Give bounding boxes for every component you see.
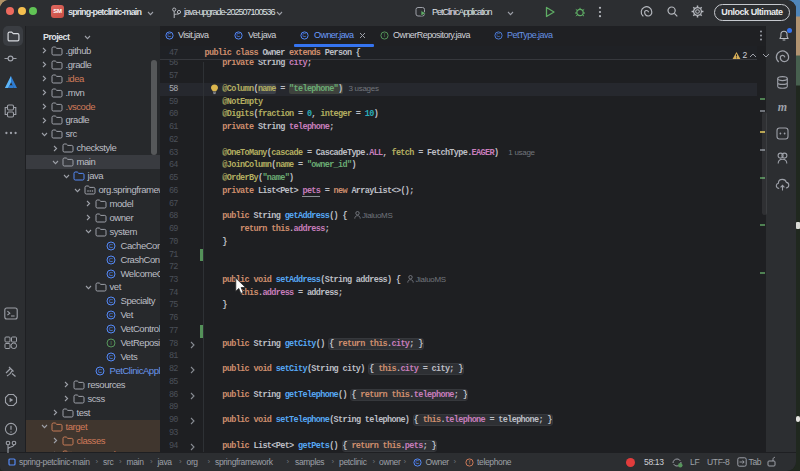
svg-text:C: C bbox=[109, 354, 113, 360]
svg-text:C: C bbox=[98, 368, 102, 374]
svg-text:C: C bbox=[496, 32, 500, 38]
svg-text:C: C bbox=[109, 326, 113, 332]
svg-text:C: C bbox=[109, 271, 113, 277]
svg-text:C: C bbox=[109, 243, 113, 249]
svg-text:C: C bbox=[303, 32, 307, 38]
svg-text:C: C bbox=[236, 32, 240, 38]
svg-text:C: C bbox=[109, 257, 113, 263]
svg-text:C: C bbox=[109, 299, 113, 305]
svg-text:C: C bbox=[415, 459, 419, 465]
svg-text:C: C bbox=[167, 32, 171, 38]
svg-text:C: C bbox=[109, 312, 113, 318]
svg-text:I: I bbox=[110, 340, 112, 346]
svg-text:I: I bbox=[383, 32, 384, 38]
svg-text:f: f bbox=[468, 459, 470, 465]
